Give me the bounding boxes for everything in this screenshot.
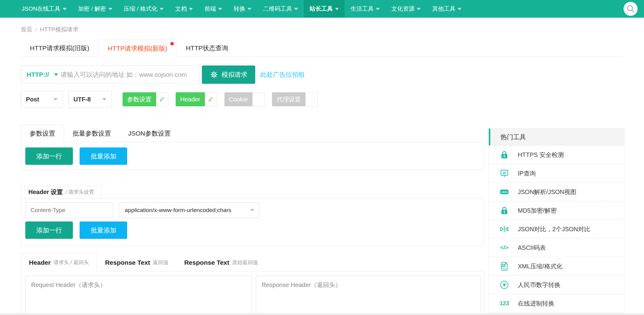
param-buttons-row: 添加一行 批量添加 [25,147,127,165]
chevron-down-icon [189,8,193,10]
nav-item-life-tools[interactable]: 生活工具 [345,0,385,18]
json-badge-icon: JSON [499,187,510,197]
result-panel: Request Header（请求头） Response Header（返回头） [21,271,484,315]
check-box-empty [252,92,265,106]
method-select[interactable]: Post [21,91,63,108]
sidebar-item-json-compare[interactable]: JSON对比，2个JSON对比 [489,220,624,238]
nav-item-frontend[interactable]: 前端 [199,0,228,18]
nav-item-other-tools[interactable]: 其他工具 [426,0,467,18]
chevron-down-icon [53,98,58,101]
batch-add-button[interactable]: 批量添加 [80,221,127,239]
param-tab-bar: 参数设置 批量参数设置 JSON参数设置 [21,125,179,142]
sidebar-item-rmb-convert[interactable]: ¥ 人民币数字转换 [489,275,624,294]
nav-item-docs[interactable]: 文档 [169,0,199,18]
tab-response-text[interactable]: Response Text 返回值 [97,253,176,271]
svg-text:XML: XML [501,264,505,266]
simulate-request-button[interactable]: 模拟请求 [202,65,255,84]
request-url-row: HTTP:// 模拟请求 此处广告位招 [21,65,305,84]
check-icon: ✓ [205,92,217,106]
tab-response-text-raw[interactable]: Response Text 原始返回值 [176,253,266,271]
chevron-down-icon [248,8,251,10]
tab-json-param-settings[interactable]: JSON参数设置 [120,125,179,142]
response-header-box[interactable]: Response Header（返回头） [256,276,481,315]
sidebar-item-md5[interactable]: MD5加密/解密 [489,201,624,220]
footer-divider [0,313,644,315]
ascii-code-icon: </> [499,243,510,253]
protocol-select[interactable]: HTTP:// [27,71,49,78]
sidebar-item-xml-format[interactable]: XML <> XML压缩/格式化 [489,257,624,275]
search-button[interactable] [624,2,638,16]
check-icon: ✓ [156,92,168,106]
param-settings-panel: 添加一行 批量添加 [21,142,484,170]
gear-icon [210,70,218,79]
chevron-down-icon [102,98,106,101]
breadcrumb-separator: / [35,26,37,33]
breadcrumb-current: HTTP模拟请求 [40,26,78,33]
url-input[interactable] [61,71,195,78]
sidebar-item-ascii-table[interactable]: </> ASCII码表 [489,238,624,257]
nav-item-convert[interactable]: 转换 [228,0,257,18]
main-tab-bar: HTTP请求模拟(旧版) HTTP请求模拟(新版) HTTP状态查询 [21,40,624,57]
svg-text:¥: ¥ [503,282,506,288]
chevron-down-icon [335,8,339,10]
check-box-empty [306,92,318,106]
chevron-down-icon [160,8,163,10]
request-options-row: Post UTF-8 参数设置 ✓ Header ✓ Cookie 代理设置 [21,91,325,108]
tab-result-header[interactable]: Header 请求头 / 返回头 [21,253,97,271]
url-input-box: HTTP:// [21,65,199,84]
header-name-input[interactable] [25,202,113,218]
new-badge-dot [170,42,174,45]
breadcrumb-home[interactable]: 首页 [21,26,32,33]
chevron-down-icon [294,8,298,10]
tab-http-simulate-new[interactable]: HTTP请求模拟(新版) [98,40,177,57]
svg-text:IP: IP [503,171,506,175]
svg-text:<>: <> [503,267,506,270]
chevron-down-icon [376,8,380,10]
add-row-button[interactable]: 添加一行 [25,221,73,239]
request-header-box[interactable]: Request Header（请求头） [25,276,252,315]
sidebar-item-json-parse[interactable]: JSON JSON解析/JSON视图 [489,182,624,201]
nav-item-encrypt[interactable]: 加密 / 解密 [72,0,118,18]
ad-slot-link[interactable]: 此处广告位招租 [260,70,305,79]
header-value-select[interactable]: application/x-www-form-urlencoded;chars [119,202,259,218]
ip-icon: IP [499,168,510,178]
sidebar-item-radix-convert[interactable]: 123 在线进制转换 [489,294,624,313]
nav-item-json-tools[interactable]: JSON在线工具 [16,0,72,18]
nav-item-culture[interactable]: 文化资源 [385,0,426,18]
svg-text:JSON: JSON [501,191,507,193]
chevron-down-icon [109,8,112,10]
numbers-123-icon: 123 [499,299,510,308]
toggle-cookie[interactable]: Cookie [224,92,265,106]
result-tab-bar: Header 请求头 / 返回头 Response Text 返回值 Respo… [21,253,266,271]
xml-file-icon: XML <> [499,261,510,271]
hot-tools-sidebar: 热门工具 HTTPS 安全检测 IP IP查询 [488,128,624,313]
charset-select[interactable]: UTF-8 [68,91,112,108]
tab-http-simulate-old[interactable]: HTTP请求模拟(旧版) [21,40,98,57]
nav-item-webmaster-tools[interactable]: 站长工具 [304,0,345,18]
toggle-proxy-settings[interactable]: 代理设置 [272,92,318,106]
toggle-param-settings[interactable]: 参数设置 ✓ [123,92,168,106]
tab-param-settings[interactable]: 参数设置 [21,125,64,142]
https-lock-icon [499,150,510,160]
toggle-header[interactable]: Header ✓ [176,92,217,106]
md5-lock-icon [499,206,510,215]
chevron-down-icon [458,8,461,10]
chevron-down-icon [417,8,420,10]
rmb-icon: ¥ [499,280,510,290]
tab-http-status-query[interactable]: HTTP状态查询 [177,40,238,57]
json-compare-icon [499,224,510,234]
tab-batch-param-settings[interactable]: 批量参数设置 [64,125,120,142]
breadcrumb: 首页/HTTP模拟请求 [21,26,78,34]
header-settings-panel: application/x-www-form-urlencoded;chars … [21,198,484,246]
add-row-button[interactable]: 添加一行 [25,147,73,165]
tab-header-settings[interactable]: Header 设置 / 请求头设置 [21,186,102,198]
http-request-tool-page: JSON在线工具 加密 / 解密 压缩 / 格式化 文档 前端 转换 二维码工具… [0,0,644,315]
sidebar-item-ip-query[interactable]: IP IP查询 [489,164,624,182]
sidebar-item-https-check[interactable]: HTTPS 安全检测 [489,145,624,164]
protocol-chevron-down-icon[interactable] [54,73,58,76]
nav-item-compress[interactable]: 压缩 / 格式化 [118,0,170,18]
nav-item-qrcode[interactable]: 二维码工具 [257,0,304,18]
batch-add-button[interactable]: 批量添加 [80,147,127,165]
header-buttons-row: 添加一行 批量添加 [25,221,127,239]
top-navbar: JSON在线工具 加密 / 解密 压缩 / 格式化 文档 前端 转换 二维码工具… [0,0,644,18]
